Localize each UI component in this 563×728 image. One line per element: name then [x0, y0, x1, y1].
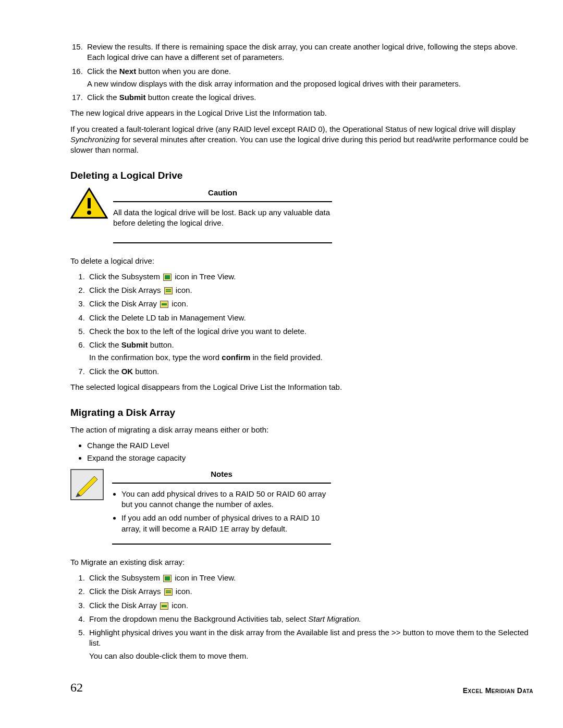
- del6-post: button.: [148, 340, 174, 349]
- mig3-pre: Click the Disk Array: [89, 601, 159, 610]
- mig1-pre: Click the Subsystem: [89, 573, 162, 582]
- step-16: Click the Next button when you are done.…: [85, 66, 534, 90]
- del-step-6: Click the Submit button. In the confirma…: [87, 340, 534, 363]
- mig2-pre: Click the Disk Arrays: [89, 587, 163, 596]
- mig5-sub: You can also double-click them to move t…: [89, 651, 534, 661]
- migrate-bullet-1: Change the RAID Level: [87, 440, 534, 451]
- del2-pre: Click the Disk Arrays: [89, 286, 163, 294]
- caution-text: All data the logical drive will be lost.…: [113, 207, 332, 229]
- steps-top-list: Review the results. If there is remainin…: [70, 42, 534, 103]
- del-step-2: Click the Disk Arrays icon.: [87, 285, 534, 295]
- step-16-sub: A new window displays with the disk arra…: [87, 79, 534, 89]
- notes-rule-top: [112, 483, 331, 484]
- mig-step-2: Click the Disk Arrays icon.: [87, 586, 534, 597]
- del3-pre: Click the Disk Array: [89, 299, 159, 308]
- caution-icon: [70, 188, 113, 223]
- step-16-pre: Click the: [87, 67, 119, 76]
- mig-step-5: Highlight physical drives you want in th…: [87, 627, 534, 661]
- document-page: Review the results. If there is remainin…: [0, 0, 563, 706]
- para2-post: for several minutes after creation. You …: [70, 135, 529, 154]
- del-step-3: Click the Disk Array icon.: [87, 299, 534, 309]
- disk-arrays-icon: [164, 287, 173, 294]
- notes-rule-bottom: [112, 544, 331, 545]
- heading-delete: Deleting a Logical Drive: [70, 169, 534, 182]
- step-16-post: button when you are done.: [136, 67, 231, 76]
- notes-item-2: If you add an odd number of physical dri…: [121, 513, 331, 534]
- step-17-pre: Click the: [87, 93, 119, 102]
- footer-brand: Excel Meridian Data: [463, 686, 533, 696]
- step-16-bold: Next: [119, 67, 137, 76]
- step-15: Review the results. If there is remainin…: [85, 42, 534, 63]
- page-number: 62: [70, 679, 83, 696]
- del1-pre: Click the Subsystem: [89, 272, 162, 281]
- para-after-top-2: If you created a fault-tolerant logical …: [70, 124, 534, 156]
- mig-step-1: Click the Subsystem icon in Tree View.: [87, 573, 534, 583]
- mig4-pre: From the dropdown menu the Background Ac…: [89, 614, 308, 623]
- del-step-5: Check the box to the left of the logical…: [87, 326, 534, 337]
- delete-steps: Click the Subsystem icon in Tree View. C…: [70, 272, 534, 377]
- del6-sub-post: in the field provided.: [250, 353, 322, 362]
- migrate-bullets: Change the RAID Level Expand the storage…: [70, 440, 534, 464]
- step-17: Click the Submit button create the logic…: [85, 92, 534, 103]
- svg-marker-3: [78, 476, 97, 496]
- caution-title: Caution: [113, 188, 332, 198]
- del7-bold: OK: [121, 367, 133, 376]
- del2-post: icon.: [174, 286, 192, 294]
- migrate-bullet-2: Expand the storage capacity: [87, 453, 534, 463]
- disk-array-icon: [160, 301, 168, 308]
- del6-bold: Submit: [121, 340, 148, 349]
- subsystem-icon: [163, 575, 172, 582]
- disk-arrays-icon: [164, 588, 173, 596]
- svg-rect-1: [88, 198, 91, 208]
- step-17-post: button create the logical drives.: [146, 93, 256, 102]
- caution-rule-top: [113, 201, 332, 202]
- del6-sub-pre: In the confirmation box, type the word: [89, 353, 222, 362]
- del-step-7: Click the OK button.: [87, 366, 534, 377]
- del7-post: button.: [133, 367, 159, 376]
- del-step-4: Click the Delete LD tab in Management Vi…: [87, 313, 534, 323]
- del3-post: icon.: [169, 299, 188, 308]
- mig5-text: Highlight physical drives you want in th…: [89, 628, 529, 647]
- del6-pre: Click the: [89, 340, 121, 349]
- migrate-intro: The action of migrating a disk array mea…: [70, 425, 534, 435]
- migrate-howto: To Migrate an existing disk array:: [70, 557, 534, 567]
- mig4-italic: Start Migration.: [308, 614, 361, 623]
- notes-title: Notes: [112, 469, 331, 479]
- step-17-bold: Submit: [119, 93, 146, 102]
- mig2-post: icon.: [174, 587, 192, 596]
- del7-pre: Click the: [89, 367, 121, 376]
- para2-italic: Synchronizing: [70, 135, 119, 144]
- para-after-top-1: The new logical drive appears in the Log…: [70, 108, 534, 118]
- mig1-post: icon in Tree View.: [173, 573, 236, 582]
- para2-pre: If you created a fault-tolerant logical …: [70, 125, 516, 133]
- mig-step-3: Click the Disk Array icon.: [87, 600, 534, 611]
- notes-callout: Notes You can add physical drives to a R…: [70, 469, 534, 550]
- del1-post: icon in Tree View.: [173, 272, 236, 281]
- delete-intro: To delete a logical drive:: [70, 256, 534, 266]
- mig-step-4: From the dropdown menu the Background Ac…: [87, 614, 534, 624]
- del6-sub-bold: confirm: [222, 353, 250, 362]
- del-step-1: Click the Subsystem icon in Tree View.: [87, 272, 534, 282]
- delete-after: The selected logical disappears from the…: [70, 382, 534, 392]
- svg-point-2: [87, 211, 91, 215]
- notes-icon: [70, 469, 112, 500]
- page-footer: 62 Excel Meridian Data: [70, 679, 534, 696]
- disk-array-icon: [160, 602, 168, 610]
- notes-item-1: You can add physical drives to a RAID 50…: [121, 489, 331, 510]
- heading-migrate: Migrating a Disk Array: [70, 406, 534, 419]
- caution-rule-bottom: [113, 242, 332, 243]
- step-15-text: Review the results. If there is remainin…: [87, 42, 518, 61]
- mig3-post: icon.: [169, 601, 188, 610]
- migrate-steps: Click the Subsystem icon in Tree View. C…: [70, 573, 534, 661]
- caution-callout: Caution All data the logical drive will …: [70, 188, 534, 249]
- subsystem-icon: [163, 274, 172, 281]
- del6-sub: In the confirmation box, type the word c…: [89, 352, 534, 363]
